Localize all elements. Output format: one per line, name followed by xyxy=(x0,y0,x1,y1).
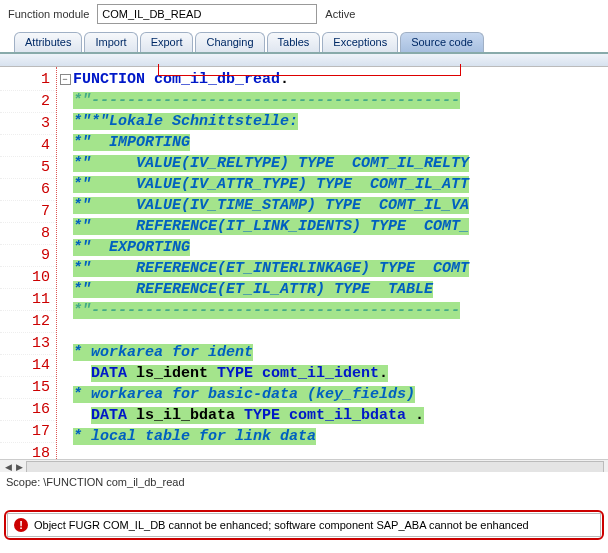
fold-cell xyxy=(57,279,73,300)
line-number: 4 xyxy=(0,135,56,157)
line-number: 12 xyxy=(0,311,56,333)
function-module-input[interactable] xyxy=(97,4,317,24)
ruler-connector xyxy=(158,75,460,76)
tab-attributes[interactable]: Attributes xyxy=(14,32,82,52)
fold-cell xyxy=(57,384,73,405)
code-line[interactable]: *" EXPORTING xyxy=(73,237,608,258)
line-number: 17 xyxy=(0,421,56,443)
scroll-left-icon[interactable]: ◀ xyxy=(4,462,13,472)
error-icon: ! xyxy=(14,518,28,532)
line-number: 9 xyxy=(0,245,56,267)
code-line[interactable]: * workarea for basic-data (key_fields) xyxy=(73,384,608,405)
code-line[interactable]: DATA ls_il_bdata TYPE comt_il_bdata . xyxy=(73,405,608,426)
fold-cell xyxy=(57,426,73,447)
code-line[interactable]: *" IMPORTING xyxy=(73,132,608,153)
fold-cell xyxy=(57,237,73,258)
line-number: 13 xyxy=(0,333,56,355)
code-line[interactable]: *" VALUE(IV_RELTYPE) TYPE COMT_IL_RELTY xyxy=(73,153,608,174)
editor-ruler xyxy=(0,54,608,67)
code-line[interactable]: *" VALUE(IV_TIME_STAMP) TYPE COMT_IL_VA xyxy=(73,195,608,216)
line-number: 2 xyxy=(0,91,56,113)
line-number: 14 xyxy=(0,355,56,377)
fold-cell xyxy=(57,258,73,279)
tab-export[interactable]: Export xyxy=(140,32,194,52)
line-number: 10 xyxy=(0,267,56,289)
code-line[interactable]: * workarea for ident xyxy=(73,342,608,363)
fold-cell xyxy=(57,90,73,111)
error-highlight: ! Object FUGR COM_IL_DB cannot be enhanc… xyxy=(4,510,604,540)
code-line[interactable]: *"*"Lokale Schnittstelle: xyxy=(73,111,608,132)
line-number: 1 xyxy=(0,69,56,91)
tab-source-code[interactable]: Source code xyxy=(400,32,484,52)
code-line[interactable]: * local table for link data xyxy=(73,426,608,447)
horizontal-scrollbar[interactable] xyxy=(26,461,604,472)
scroll-right-icon[interactable]: ▶ xyxy=(15,462,24,472)
tab-tables[interactable]: Tables xyxy=(267,32,321,52)
code-line[interactable]: FUNCTION com_il_db_read. xyxy=(73,69,608,90)
status-label: Active xyxy=(325,8,355,20)
code-line[interactable]: *" VALUE(IV_ATTR_TYPE) TYPE COMT_IL_ATT xyxy=(73,174,608,195)
fold-cell xyxy=(57,111,73,132)
function-module-label: Function module xyxy=(8,8,89,20)
editor-scroll-footer: ◀ ▶ xyxy=(0,459,608,472)
fold-cell xyxy=(57,342,73,363)
line-number: 8 xyxy=(0,223,56,245)
fold-cell: − xyxy=(57,69,73,90)
ruler-marker xyxy=(460,64,461,76)
tab-changing[interactable]: Changing xyxy=(195,32,264,52)
tab-exceptions[interactable]: Exceptions xyxy=(322,32,398,52)
fold-toggle-icon[interactable]: − xyxy=(60,74,71,85)
fold-cell xyxy=(57,195,73,216)
fold-cell xyxy=(57,174,73,195)
tabs-row: AttributesImportExportChangingTablesExce… xyxy=(0,28,608,53)
line-number: 3 xyxy=(0,113,56,135)
code-line[interactable]: *" REFERENCE(ET_IL_ATTR) TYPE TABLE xyxy=(73,279,608,300)
fold-cell xyxy=(57,216,73,237)
code-line[interactable]: *"--------------------------------------… xyxy=(73,90,608,111)
error-message: Object FUGR COM_IL_DB cannot be enhanced… xyxy=(34,519,529,531)
tab-import[interactable]: Import xyxy=(84,32,137,52)
code-line[interactable]: *" REFERENCE(ET_INTERLINKAGE) TYPE COMT xyxy=(73,258,608,279)
code-line[interactable] xyxy=(73,321,608,342)
line-number: 5 xyxy=(0,157,56,179)
line-number: 15 xyxy=(0,377,56,399)
code-line[interactable]: *"--------------------------------------… xyxy=(73,300,608,321)
error-bar: ! Object FUGR COM_IL_DB cannot be enhanc… xyxy=(7,513,601,537)
fold-cell xyxy=(57,405,73,426)
fold-cell xyxy=(57,321,73,342)
fold-cell xyxy=(57,300,73,321)
line-number-gutter: 123456789101112131415161718 xyxy=(0,67,57,459)
code-line[interactable]: *" REFERENCE(IT_LINK_IDENTS) TYPE COMT_ xyxy=(73,216,608,237)
line-number: 6 xyxy=(0,179,56,201)
fold-cell xyxy=(57,132,73,153)
line-number: 11 xyxy=(0,289,56,311)
line-number: 18 xyxy=(0,443,56,459)
code-area[interactable]: 123456789101112131415161718 − FUNCTION c… xyxy=(0,67,608,459)
line-number: 7 xyxy=(0,201,56,223)
fold-gutter: − xyxy=(57,67,73,459)
line-number: 16 xyxy=(0,399,56,421)
header-row: Function module Active xyxy=(0,0,608,28)
fold-cell xyxy=(57,153,73,174)
code-body[interactable]: FUNCTION com_il_db_read.*"--------------… xyxy=(73,67,608,459)
scope-label: Scope: \FUNCTION com_il_db_read xyxy=(0,472,608,492)
code-line[interactable]: DATA ls_ident TYPE comt_il_ident. xyxy=(73,363,608,384)
editor: 123456789101112131415161718 − FUNCTION c… xyxy=(0,53,608,472)
fold-cell xyxy=(57,363,73,384)
